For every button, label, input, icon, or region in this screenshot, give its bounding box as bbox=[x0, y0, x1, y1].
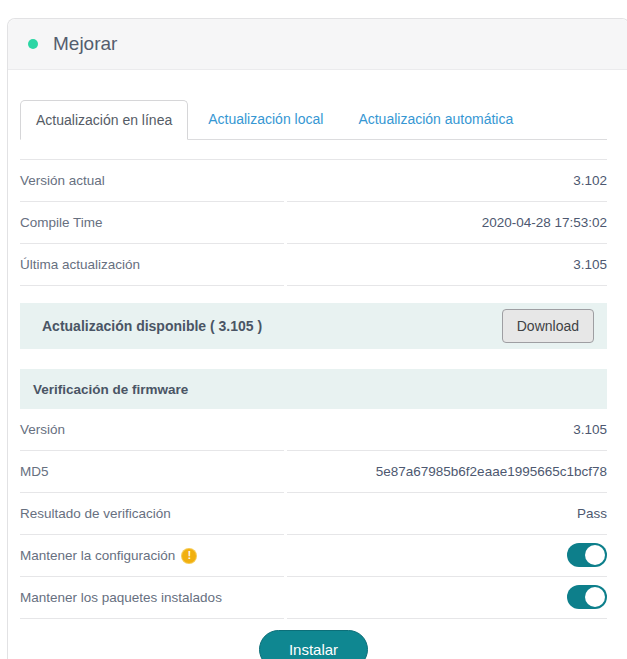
toggle-knob bbox=[585, 545, 605, 565]
status-dot-icon bbox=[28, 39, 38, 49]
spacer bbox=[20, 286, 607, 303]
row-value: 5e87a67985b6f2eaae1995665c1bcf78 bbox=[287, 451, 607, 493]
row-label: Resultado de verificación bbox=[20, 493, 284, 535]
row-label: Mantener los paquetes instalados bbox=[20, 590, 222, 605]
tab-online-update[interactable]: Actualización en línea bbox=[20, 100, 188, 140]
firmware-verification-header: Verificación de firmware bbox=[20, 369, 607, 409]
keep-configuration-toggle[interactable] bbox=[567, 543, 607, 567]
update-available-label: Actualización disponible ( 3.105 ) bbox=[42, 318, 262, 334]
panel-body: Actualización en línea Actualización loc… bbox=[8, 70, 627, 659]
table-row-verification-result: Resultado de verificación Pass bbox=[20, 493, 607, 535]
row-label: MD5 bbox=[20, 451, 284, 493]
update-info-table: Versión actual 3.102 Compile Time 2020-0… bbox=[20, 159, 607, 619]
row-label: Última actualización bbox=[20, 244, 284, 286]
row-value: 3.102 bbox=[287, 160, 607, 202]
tab-auto-update[interactable]: Actualización automática bbox=[343, 100, 528, 140]
table-row-keep-packages: Mantener los paquetes instalados bbox=[20, 577, 607, 619]
toggle-knob bbox=[585, 587, 605, 607]
download-button[interactable]: Download bbox=[502, 309, 594, 343]
tab-local-update[interactable]: Actualización local bbox=[193, 100, 338, 140]
row-label: Mantener la configuración bbox=[20, 548, 175, 563]
row-value: 3.105 bbox=[287, 409, 607, 451]
spacer bbox=[20, 349, 607, 369]
row-value: 3.105 bbox=[287, 244, 607, 286]
table-row-version: Versión 3.105 bbox=[20, 409, 607, 451]
panel-header: Mejorar bbox=[8, 19, 627, 70]
upgrade-panel: Mejorar Actualización en línea Actualiza… bbox=[7, 18, 627, 659]
row-label: Versión bbox=[20, 409, 284, 451]
table-row-latest-update: Última actualización 3.105 bbox=[20, 244, 607, 286]
warning-icon: ! bbox=[182, 549, 196, 563]
table-row-compile-time: Compile Time 2020-04-28 17:53:02 bbox=[20, 202, 607, 244]
page-title: Mejorar bbox=[53, 33, 117, 55]
install-button[interactable]: Instalar bbox=[259, 630, 368, 659]
keep-packages-toggle[interactable] bbox=[567, 585, 607, 609]
footer: Instalar bbox=[20, 619, 607, 659]
table-row-current-version: Versión actual 3.102 bbox=[20, 160, 607, 202]
tab-bar: Actualización en línea Actualización loc… bbox=[20, 100, 607, 140]
table-row-md5: MD5 5e87a67985b6f2eaae1995665c1bcf78 bbox=[20, 451, 607, 493]
row-value: 2020-04-28 17:53:02 bbox=[287, 202, 607, 244]
update-available-banner: Actualización disponible ( 3.105 ) Downl… bbox=[20, 303, 607, 349]
table-row-keep-configuration: Mantener la configuración ! bbox=[20, 535, 607, 577]
row-label: Versión actual bbox=[20, 160, 284, 202]
row-value: Pass bbox=[287, 493, 607, 535]
row-label: Compile Time bbox=[20, 202, 284, 244]
